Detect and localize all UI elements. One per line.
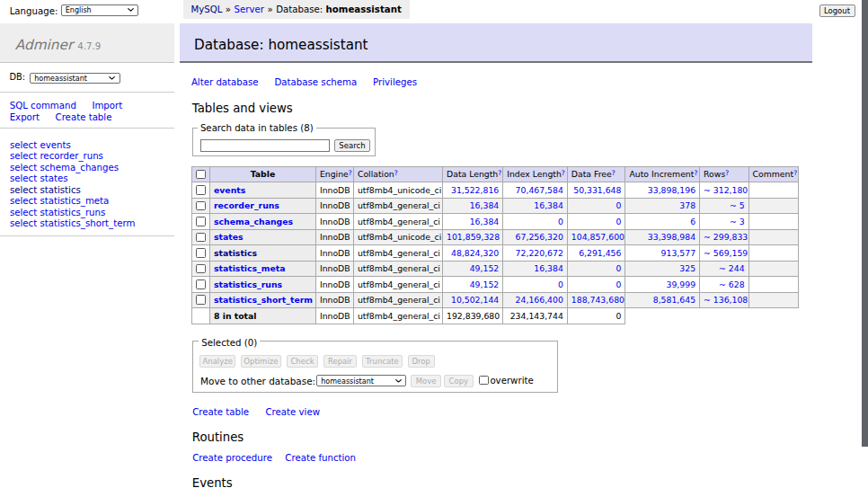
row-checkbox[interactable]: [196, 248, 206, 258]
search-button[interactable]: Search: [334, 139, 371, 152]
move-db-select[interactable]: homeassistant: [316, 375, 406, 386]
database-schema-link[interactable]: Database schema: [275, 77, 358, 87]
help-icon[interactable]: ?: [793, 169, 797, 177]
sidebar-select-recorder-runs[interactable]: select recorder_runs: [10, 151, 103, 161]
help-icon[interactable]: ?: [394, 169, 398, 177]
logout-button[interactable]: Logout: [819, 4, 855, 18]
row-checkbox[interactable]: [196, 217, 206, 226]
help-icon[interactable]: ?: [562, 169, 565, 177]
data-length-link[interactable]: 49,152: [470, 263, 500, 273]
help-icon[interactable]: ?: [612, 169, 616, 177]
select-all-checkbox[interactable]: [196, 170, 206, 180]
table-name-link[interactable]: statistics_runs: [214, 279, 282, 289]
data-length-link[interactable]: 10,502,144: [451, 295, 499, 305]
data-length-link[interactable]: 31,522,816: [451, 185, 499, 195]
drop-button[interactable]: Drop: [408, 355, 435, 368]
scrollbar-thumb[interactable]: [862, 0, 868, 447]
create-table-link[interactable]: Create table: [192, 407, 249, 417]
sidebar-link-import[interactable]: Import: [92, 101, 122, 111]
overwrite-checkbox[interactable]: [479, 376, 489, 386]
rows-link[interactable]: ~ 136,108: [704, 295, 748, 305]
sidebar-select-events[interactable]: select events: [10, 140, 71, 150]
table-name-link[interactable]: schema_changes: [214, 217, 293, 226]
data-length-link[interactable]: 101,859,328: [447, 232, 500, 242]
index-length-link[interactable]: 0: [558, 279, 563, 289]
data-free-link[interactable]: 0: [616, 279, 622, 289]
data-free-link[interactable]: 50,331,648: [573, 185, 621, 195]
index-length-link[interactable]: 16,384: [534, 263, 563, 273]
help-icon[interactable]: ?: [498, 169, 501, 177]
index-length-link[interactable]: 72,220,672: [516, 248, 563, 258]
sidebar-select-statistics-runs[interactable]: select statistics_runs: [10, 208, 105, 217]
auto-increment-link[interactable]: 39,999: [667, 279, 696, 289]
sidebar-link-sql-command[interactable]: SQL command: [10, 101, 76, 111]
table-name-link[interactable]: events: [214, 185, 245, 195]
row-checkbox[interactable]: [196, 295, 206, 305]
rows-link[interactable]: ~ 299,833: [704, 232, 748, 242]
rows-link[interactable]: ~ 5: [730, 200, 745, 210]
breadcrumb-mysql-link[interactable]: MySQL: [190, 4, 222, 14]
row-checkbox[interactable]: [196, 233, 206, 243]
rows-link[interactable]: ~ 3: [730, 217, 745, 226]
db-select[interactable]: homeassistant: [30, 73, 120, 84]
row-checkbox[interactable]: [196, 264, 206, 274]
move-button[interactable]: Move: [411, 375, 441, 387]
sidebar-select-statistics-meta[interactable]: select statistics_meta: [10, 196, 109, 206]
alter-database-link[interactable]: Alter database: [191, 77, 259, 87]
data-free-link[interactable]: 188,743,680: [571, 295, 624, 305]
table-name-link[interactable]: statistics: [214, 248, 257, 258]
row-checkbox[interactable]: [196, 279, 206, 289]
row-checkbox[interactable]: [196, 185, 206, 195]
auto-increment-link[interactable]: 913,577: [661, 248, 695, 258]
sidebar-select-statistics-short-term[interactable]: select statistics_short_term: [10, 218, 135, 228]
auto-increment-link[interactable]: 378: [679, 200, 695, 210]
repair-button[interactable]: Repair: [323, 355, 357, 368]
privileges-link[interactable]: Privileges: [373, 77, 417, 87]
index-length-link[interactable]: 70,467,584: [516, 185, 563, 195]
auto-increment-link[interactable]: 8,581,645: [653, 295, 695, 305]
sidebar-select-schema-changes[interactable]: select schema_changes: [10, 163, 119, 173]
create-function-link[interactable]: Create function: [285, 453, 356, 463]
truncate-button[interactable]: Truncate: [362, 355, 403, 368]
data-length-link[interactable]: 16,384: [470, 217, 500, 226]
help-icon[interactable]: ?: [694, 169, 697, 177]
help-icon[interactable]: ?: [349, 169, 352, 177]
breadcrumb-server-link[interactable]: Server: [235, 4, 264, 14]
row-checkbox[interactable]: [196, 201, 206, 211]
auto-increment-link[interactable]: 33,898,196: [648, 185, 695, 195]
create-procedure-link[interactable]: Create procedure: [192, 453, 272, 463]
table-name-link[interactable]: statistics_meta: [214, 263, 285, 273]
auto-increment-link[interactable]: 6: [690, 217, 695, 226]
rows-link[interactable]: ~ 244: [719, 263, 745, 273]
table-name-link[interactable]: states: [214, 232, 244, 242]
data-free-link[interactable]: 0: [616, 263, 622, 273]
table-name-link[interactable]: statistics_short_term: [214, 295, 313, 305]
index-length-link[interactable]: 24,166,400: [516, 295, 563, 305]
auto-increment-link[interactable]: 325: [679, 263, 695, 273]
index-length-link[interactable]: 67,256,320: [516, 232, 563, 242]
data-free-link[interactable]: 104,857,600: [571, 232, 624, 242]
data-free-link[interactable]: 0: [616, 217, 622, 226]
language-select[interactable]: English: [61, 4, 138, 15]
check-button[interactable]: Check: [287, 355, 319, 368]
optimize-button[interactable]: Optimize: [241, 355, 281, 368]
auto-increment-link[interactable]: 33,398,984: [648, 232, 695, 242]
analyze-button[interactable]: Analyze: [199, 355, 235, 368]
table-name-link[interactable]: recorder_runs: [214, 200, 279, 210]
sidebar-select-statistics[interactable]: select statistics: [10, 185, 81, 195]
copy-button[interactable]: Copy: [444, 375, 474, 387]
help-icon[interactable]: ?: [725, 169, 729, 177]
sidebar-link-export[interactable]: Export: [10, 112, 40, 122]
data-length-link[interactable]: 49,152: [470, 279, 500, 289]
rows-link[interactable]: ~ 628: [719, 279, 745, 289]
rows-link[interactable]: ~ 312,180: [704, 185, 748, 195]
index-length-link[interactable]: 16,384: [534, 200, 563, 210]
data-length-link[interactable]: 48,824,320: [451, 248, 499, 258]
index-length-link[interactable]: 0: [558, 217, 563, 226]
search-input[interactable]: [200, 139, 331, 152]
rows-link[interactable]: ~ 569,159: [704, 248, 748, 258]
sidebar-select-states[interactable]: select states: [10, 173, 68, 183]
sidebar-link-create-table[interactable]: Create table: [56, 112, 112, 122]
data-length-link[interactable]: 16,384: [470, 200, 500, 210]
adminer-logo[interactable]: Adminer: [15, 37, 73, 53]
